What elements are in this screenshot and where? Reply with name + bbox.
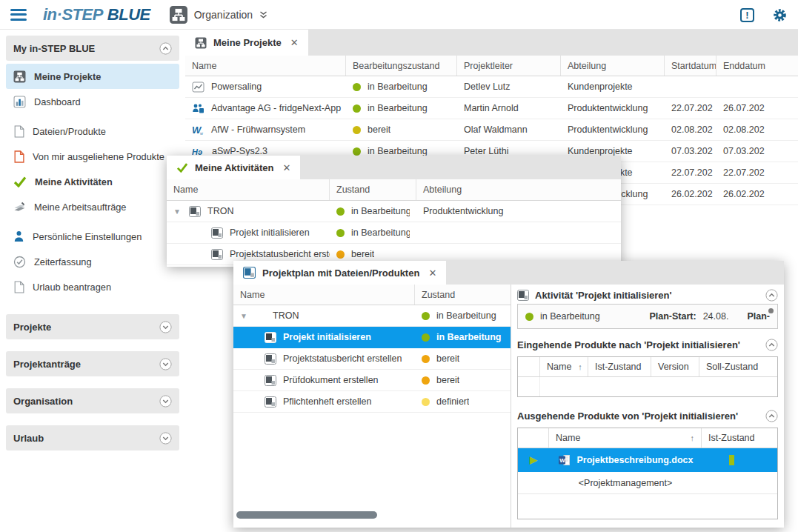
status-label: definiert — [436, 396, 469, 407]
column-header[interactable]: Startdatum — [665, 56, 716, 76]
column-header[interactable]: Bearbeitungszustand — [346, 56, 457, 76]
tab-projektplan[interactable]: Projektplan mit Dateien/Produkten ✕ — [233, 261, 446, 285]
column-header[interactable]: Abteilung — [561, 56, 665, 76]
logo-text-primary: in·STEP — [43, 5, 103, 24]
sidebar-item-meine-projekte[interactable]: Meine Projekte — [6, 64, 179, 89]
status-label: in Bearbeitung — [351, 227, 410, 238]
column-header[interactable]: Zustand — [330, 179, 416, 200]
chevron-up-circle-icon[interactable] — [765, 289, 778, 302]
tree-row[interactable]: Projektstatusbericht erstellen bereit — [233, 348, 511, 370]
column-header[interactable]: Zustand — [415, 285, 511, 305]
start-date: 22.07.202 — [665, 162, 716, 183]
projects-table-header: Name Bearbeitungszustand Projektleiter A… — [185, 56, 798, 76]
project-leader: Olaf Waldmann — [457, 119, 561, 140]
status-label: bereit — [351, 249, 374, 259]
settings-gear-icon[interactable] — [772, 7, 788, 23]
table-row[interactable]: Advantage AG - fridgeNext-App in Bearbei… — [185, 98, 798, 119]
activity-section-header[interactable]: Aktivität 'Projekt initialisieren' — [517, 286, 778, 304]
tab-strip: Meine Aktivitäten ✕ — [167, 156, 621, 179]
column-header[interactable]: Name — [233, 285, 415, 305]
product-name: <Projektmanagement> — [549, 472, 702, 493]
sidebar-section-my-instep[interactable]: My in-STEP BLUE — [6, 36, 179, 61]
sidebar-item-persoenliche-einstellungen[interactable]: Persönliche Einstellungen — [6, 224, 179, 249]
plan-start-value: 24.08. — [703, 311, 729, 322]
sidebar-item-dateien-produkte[interactable]: Dateien/Produkte — [6, 119, 179, 144]
tree-row[interactable]: ▼ TRON in Bearbeitung Produktentwicklung — [167, 201, 621, 222]
chevron-up-circle-icon[interactable] — [765, 339, 778, 351]
sidebar-group-label: Urlaub — [13, 433, 44, 444]
end-date: 07.03.202 — [716, 141, 798, 162]
close-icon[interactable]: ✕ — [282, 162, 290, 173]
sidebar-item-meine-aktivitaeten[interactable]: Meine Aktivitäten — [6, 169, 179, 194]
chevron-down-circle-icon[interactable] — [159, 358, 172, 370]
product-row[interactable]: <Projektmanagement> — [518, 472, 777, 494]
column-header[interactable]: Enddatum — [716, 56, 798, 76]
column-header[interactable]: Ist-Zustand — [588, 357, 651, 376]
bar-chart-icon — [13, 96, 26, 108]
tab-label: Meine Aktivitäten — [195, 162, 273, 173]
outgoing-section-header[interactable]: Ausgehende Produkte von 'Projekt initial… — [517, 407, 778, 425]
chevron-down-circle-icon[interactable] — [159, 321, 172, 333]
organization-selector[interactable]: Organization — [170, 6, 267, 24]
close-icon[interactable]: ✕ — [290, 37, 299, 48]
sidebar-item-ausgeliehene-produkte[interactable]: Von mir ausgeliehene Produkte — [6, 144, 179, 169]
organization-label: Organization — [194, 9, 253, 21]
sidebar-item-zeiterfassung[interactable]: Zeiterfassung — [6, 249, 179, 274]
chevron-down-circle-icon[interactable] — [159, 432, 172, 445]
tree-row[interactable]: Pflichtenheft erstellen definiert — [233, 391, 511, 413]
tree-row[interactable]: Projekt initialisieren in Bearbeitung — [167, 222, 621, 244]
start-date: 26.02.202 — [665, 184, 716, 205]
column-header[interactable]: Name↑ — [549, 428, 702, 448]
chevron-up-circle-icon[interactable] — [765, 410, 778, 422]
status-dot — [353, 83, 361, 91]
column-header[interactable]: Name — [185, 56, 346, 76]
notifications-icon[interactable]: ! — [740, 8, 754, 22]
table-row[interactable]: Powersaling in Bearbeitung Detlev Lutz K… — [185, 76, 798, 98]
activity-name: TRON — [273, 310, 299, 321]
hamburger-menu-icon[interactable] — [10, 9, 27, 21]
sidebar-item-label: Persönliche Einstellungen — [33, 231, 142, 242]
column-header[interactable]: Name↑ — [540, 357, 588, 376]
column-header[interactable]: Name — [167, 179, 330, 200]
expander-icon[interactable]: ▼ — [173, 207, 182, 216]
play-icon[interactable]: ▶ — [530, 454, 537, 465]
tree-row-selected[interactable]: Projekt initialisieren in Bearbeitung — [233, 327, 511, 348]
tab-meine-projekte[interactable]: Meine Projekte ✕ — [185, 30, 308, 56]
section-title: Ausgehende Produkte von 'Projekt initial… — [517, 410, 738, 422]
column-header[interactable]: Projektleiter — [457, 56, 561, 76]
window-meine-aktivitaeten: Meine Aktivitäten ✕ Name Zustand Abteilu… — [167, 156, 621, 267]
column-header[interactable]: Soll-Zustand — [699, 357, 777, 376]
org-chart-icon — [170, 6, 187, 24]
project-name: Advantage AG - fridgeNext-App — [211, 103, 341, 113]
close-icon[interactable]: ✕ — [428, 267, 436, 279]
sidebar-group-projekte[interactable]: Projekte — [6, 314, 179, 339]
sidebar-item-label: Dashboard — [34, 96, 81, 107]
tree-row[interactable]: Prüfdokument erstellen bereit — [233, 370, 511, 391]
tree-row[interactable]: ▼TRON in Bearbeitung — [233, 305, 511, 327]
sidebar-item-meine-arbeitsauftraege[interactable]: Meine Arbeitsaufträge — [6, 194, 179, 219]
sidebar-group-projektantraege[interactable]: Projektanträge — [6, 351, 179, 376]
expander-icon[interactable]: ▼ — [240, 312, 249, 320]
sidebar: My in-STEP BLUE Meine Projekte Dashboard… — [0, 30, 185, 532]
tab-meine-aktivitaeten[interactable]: Meine Aktivitäten ✕ — [167, 156, 300, 179]
sidebar-item-dashboard[interactable]: Dashboard — [6, 89, 179, 114]
product-row-selected[interactable]: ▶ W Projektbeschreibung.docx — [518, 448, 777, 472]
column-header[interactable]: Abteilung — [416, 179, 621, 200]
column-header[interactable]: Version — [651, 357, 699, 376]
sidebar-group-urlaub[interactable]: Urlaub — [6, 425, 179, 450]
chevron-down-circle-icon[interactable] — [159, 395, 172, 408]
end-date — [716, 76, 798, 97]
activity-icon — [243, 267, 256, 279]
project-name: Powersaling — [211, 82, 262, 92]
sidebar-item-urlaub-beantragen[interactable]: Urlaub beantragen — [6, 274, 179, 299]
project-w-logo-icon: Wsr — [192, 124, 205, 136]
table-row[interactable]: WsrAfW - Frühwarnsystem bereit Olaf Wald… — [185, 119, 798, 141]
sidebar-item-label: Von mir ausgeliehene Produkte — [33, 151, 164, 162]
column-header[interactable]: Ist-Zustand — [702, 428, 777, 448]
projektplan-body: Name Zustand ▼TRON in Bearbeitung Projek… — [233, 285, 784, 528]
sidebar-group-organisation[interactable]: Organisation — [6, 388, 179, 413]
incoming-section-header[interactable]: Eingehende Produkte nach 'Projekt initia… — [517, 336, 778, 353]
chevron-up-circle-icon[interactable] — [159, 42, 172, 55]
horizontal-scrollbar[interactable] — [236, 511, 377, 519]
svg-text:Hə: Hə — [192, 147, 202, 156]
